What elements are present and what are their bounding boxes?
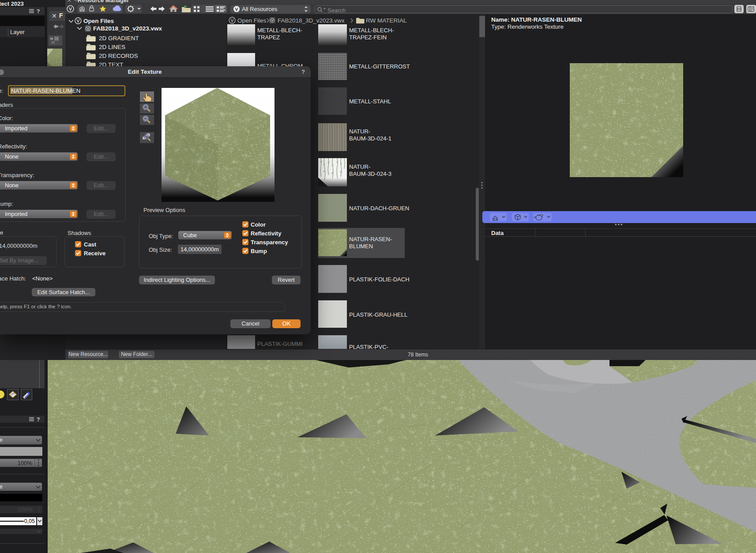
svg-text:2D RECORDS: 2D RECORDS [99,53,138,59]
svg-text:All Resources: All Resources [242,6,278,12]
svg-text:?: ? [37,417,40,422]
svg-text:2D GRADIENT: 2D GRADIENT [99,35,139,42]
svg-text:FAB2018_3D_v2023.vwx: FAB2018_3D_v2023.vwx [278,17,345,24]
svg-text:RW MATERIAL: RW MATERIAL [366,17,407,24]
svg-text:FAB2018_3D_v2023.vwx: FAB2018_3D_v2023.vwx [93,25,162,32]
svg-text:?: ? [37,9,40,14]
svg-text:2D LINES: 2D LINES [99,44,125,50]
svg-text:Open Files: Open Files [237,17,267,24]
svg-text:Open Files: Open Files [83,18,114,24]
